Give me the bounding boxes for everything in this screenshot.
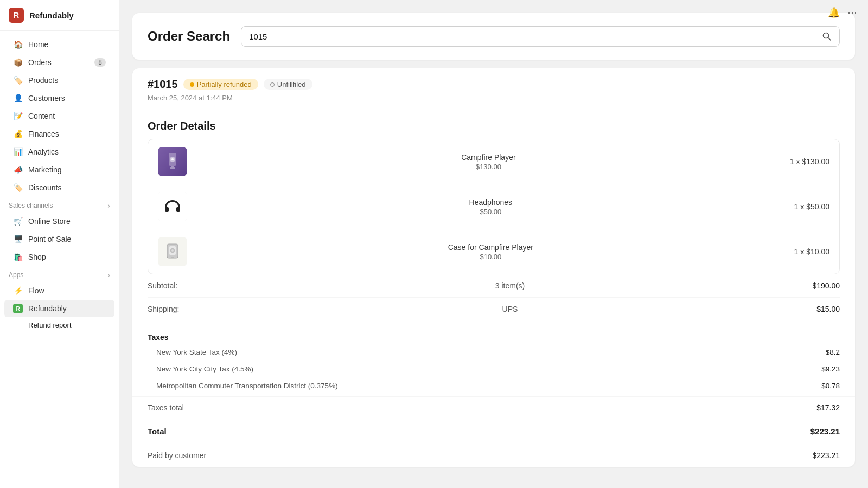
item-image-campfire [158, 147, 187, 176]
shop-icon: 🛍️ [13, 252, 23, 262]
search-input[interactable] [241, 27, 814, 46]
total-label: Total [148, 427, 810, 436]
item-qty-price: 1 x $10.00 [794, 247, 829, 256]
sidebar-item-label: Online Store [28, 217, 71, 226]
table-row: Case for Campfire Player $10.00 1 x $10.… [148, 229, 839, 274]
item-price: $50.00 [197, 208, 784, 216]
unfulfilled-label: Unfillfiled [277, 80, 306, 88]
case-img [158, 237, 187, 266]
orders-badge: 8 [94, 58, 106, 67]
products-icon: 🏷️ [13, 75, 23, 85]
sidebar: R Refundably 🏠 Home 📦 Orders 8 🏷️ Produc… [0, 0, 119, 488]
sidebar-item-refundably[interactable]: R Refundably [4, 300, 114, 317]
sidebar-item-label: Customers [28, 94, 65, 102]
sidebar-item-orders[interactable]: 📦 Orders 8 [4, 54, 114, 71]
svg-rect-7 [171, 166, 174, 167]
refund-report-label: Refund report [28, 321, 72, 329]
item-price: $130.00 [197, 163, 780, 171]
sidebar-item-analytics[interactable]: 📊 Analytics [4, 143, 114, 160]
point-of-sale-icon: 🖥️ [13, 234, 23, 244]
sidebar-item-point-of-sale[interactable]: 🖥️ Point of Sale [4, 230, 114, 248]
sidebar-item-home[interactable]: 🏠 Home [4, 36, 114, 53]
search-input-wrap [241, 26, 840, 47]
order-id: #1015 [148, 78, 178, 91]
sidebar-item-shop[interactable]: 🛍️ Shop [4, 248, 114, 266]
tax-name: New York State Tax (4%) [148, 348, 826, 356]
order-header: #1015 Partially refunded Unfillfiled Mar… [132, 68, 855, 110]
tax-value: $9.23 [821, 365, 840, 373]
sidebar-item-discounts[interactable]: 🏷️ Discounts [4, 179, 114, 196]
app-name: Refundably [29, 11, 74, 20]
sales-channels-section: Sales channels › [0, 197, 119, 212]
sidebar-item-customers[interactable]: 👤 Customers [4, 89, 114, 107]
subtotal-value: $190.00 [796, 281, 840, 290]
taxes-label: Taxes [132, 325, 855, 344]
discounts-icon: 🏷️ [13, 183, 23, 192]
campfire-img [158, 147, 187, 176]
tax-name: New York City City Tax (4.5%) [148, 365, 821, 373]
taxes-total-label: Taxes total [148, 403, 816, 412]
sidebar-item-marketing[interactable]: 📣 Marketing [4, 161, 114, 178]
customers-icon: 👤 [13, 93, 23, 103]
paid-label: Paid by customer [148, 451, 812, 460]
apps-expand-icon[interactable]: › [107, 271, 110, 279]
paid-value: $223.21 [812, 451, 840, 460]
sidebar-item-content[interactable]: 📝 Content [4, 107, 114, 125]
sidebar-item-products[interactable]: 🏷️ Products [4, 72, 114, 89]
subtotal-items: 3 item(s) [224, 281, 796, 290]
online-store-icon: 🛒 [13, 216, 23, 226]
analytics-icon: 📊 [13, 147, 23, 157]
sidebar-item-label: Discounts [28, 183, 61, 192]
shipping-row: Shipping: UPS $15.00 [148, 298, 840, 320]
svg-rect-8 [170, 167, 175, 169]
sidebar-item-label: Marketing [28, 165, 61, 174]
svg-rect-13 [171, 257, 174, 258]
expand-icon[interactable]: › [107, 201, 110, 210]
search-button[interactable] [814, 27, 839, 46]
sidebar-subitem-refund-report[interactable]: Refund report [4, 318, 114, 332]
finances-icon: 💰 [13, 129, 23, 139]
subtotal-label: Subtotal: [148, 281, 224, 290]
sidebar-item-finances[interactable]: 💰 Finances [4, 125, 114, 143]
svg-point-12 [171, 249, 174, 252]
main-content: 🔔 ⋯ Order Search #1015 Partially refunde… [119, 0, 868, 488]
apps-section: Apps › [0, 266, 119, 281]
item-price: $10.00 [197, 253, 784, 261]
notification-icon[interactable]: 🔔 [828, 7, 840, 18]
shipping-value: $15.00 [796, 305, 840, 313]
headphones-img [158, 192, 187, 221]
svg-line-3 [828, 38, 831, 41]
partial-label: Partially refunded [197, 80, 252, 88]
sidebar-item-label: Orders [28, 58, 52, 67]
divider [148, 323, 840, 323]
sidebar-item-online-store[interactable]: 🛒 Online Store [4, 213, 114, 230]
tax-name: Metropolitan Commuter Transportation Dis… [148, 382, 821, 390]
sidebar-item-flow[interactable]: ⚡ Flow [4, 282, 114, 299]
item-image-case [158, 237, 187, 266]
svg-point-6 [171, 158, 174, 160]
sidebar-item-label: Flow [28, 286, 44, 295]
order-card: #1015 Partially refunded Unfillfiled Mar… [132, 68, 855, 467]
item-qty-price: 1 x $50.00 [794, 202, 829, 211]
search-title: Order Search [148, 29, 230, 44]
shipping-carrier: UPS [224, 305, 796, 313]
sidebar-item-label: Analytics [28, 147, 59, 156]
search-icon [822, 31, 832, 41]
sidebar-nav: 🏠 Home 📦 Orders 8 🏷️ Products 👤 Customer… [0, 31, 119, 337]
sidebar-item-label: Finances [28, 130, 59, 138]
more-options-icon[interactable]: ⋯ [847, 7, 857, 18]
tax-row: New York State Tax (4%) $8.2 [132, 344, 855, 361]
order-details-title: Order Details [132, 110, 855, 139]
refundably-icon: R [13, 304, 23, 313]
total-value: $223.21 [810, 427, 840, 436]
table-row: Campfire Player $130.00 1 x $130.00 [148, 139, 839, 184]
home-icon: 🏠 [13, 40, 23, 49]
partial-dot [190, 82, 194, 87]
flow-icon: ⚡ [13, 286, 23, 296]
paid-row: Paid by customer $223.21 [132, 444, 855, 467]
total-row: Total $223.21 [132, 419, 855, 444]
tax-row: Metropolitan Commuter Transportation Dis… [132, 377, 855, 394]
order-date: March 25, 2024 at 1:44 PM [148, 94, 840, 102]
status-badge-unfulfilled: Unfillfiled [264, 79, 312, 90]
unfulfilled-circle [270, 82, 275, 87]
